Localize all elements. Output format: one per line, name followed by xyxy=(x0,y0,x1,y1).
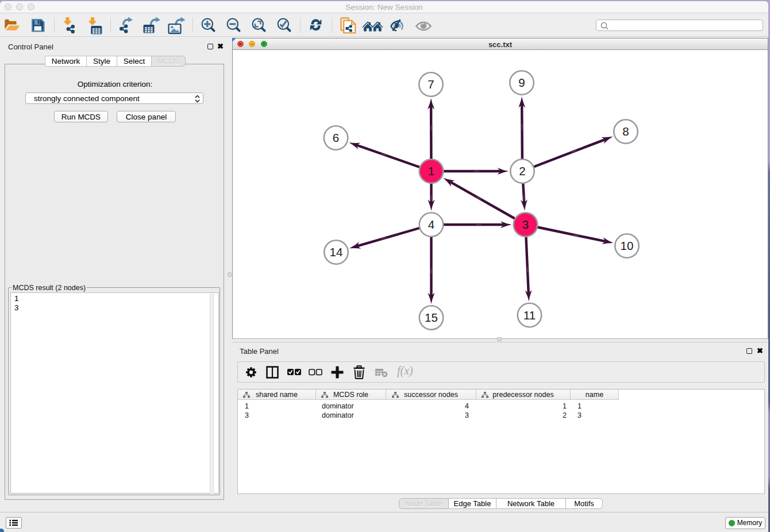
svg-text:10: 10 xyxy=(621,239,634,252)
svg-text:2: 2 xyxy=(519,164,525,178)
svg-text:1: 1 xyxy=(428,164,434,178)
svg-text:4: 4 xyxy=(428,218,434,231)
svg-text:15: 15 xyxy=(425,311,438,324)
svg-text:3: 3 xyxy=(522,218,529,231)
svg-text:11: 11 xyxy=(523,308,536,321)
svg-text:14: 14 xyxy=(330,245,343,259)
svg-text:9: 9 xyxy=(518,76,525,89)
svg-text:7: 7 xyxy=(428,78,434,91)
svg-text:6: 6 xyxy=(333,131,339,144)
svg-text:8: 8 xyxy=(622,125,629,138)
